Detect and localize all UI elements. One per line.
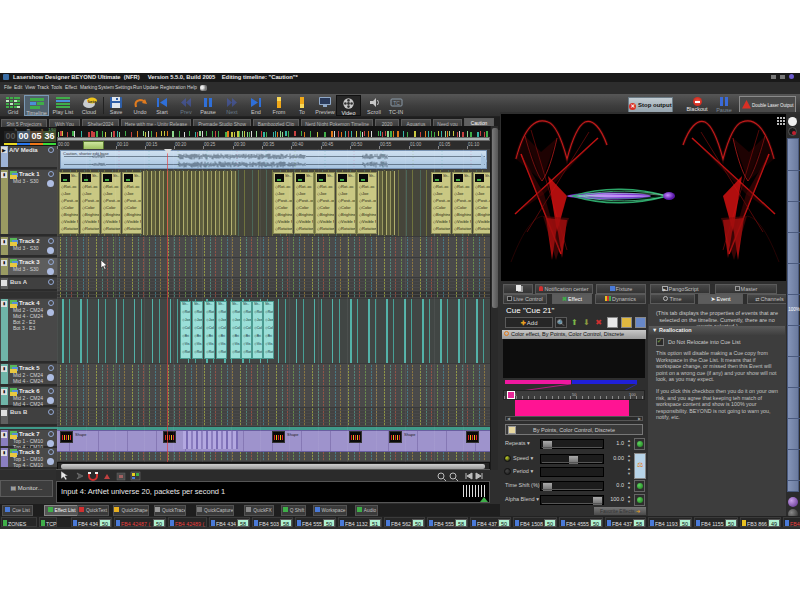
svg-text:TC: TC bbox=[393, 100, 400, 106]
svg-text:beta: beta bbox=[88, 99, 97, 104]
